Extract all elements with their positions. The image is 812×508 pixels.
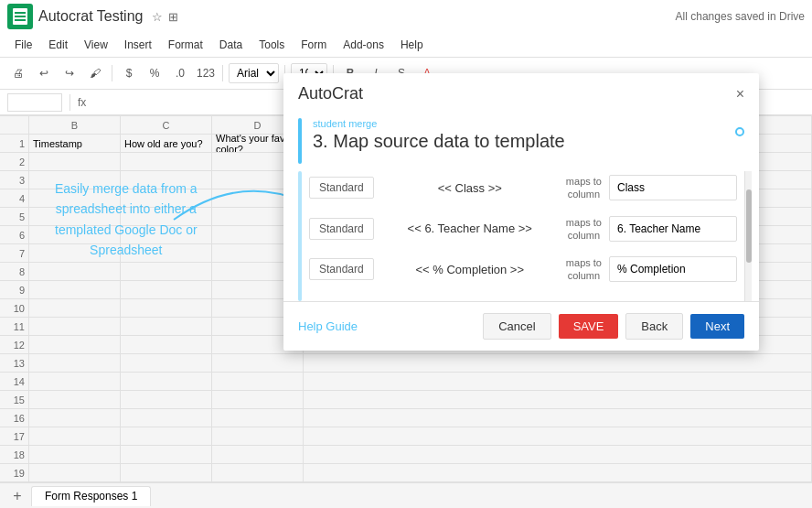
- row-num-18: 18: [0, 446, 28, 464]
- map-row-3: Standard << % Completion >> maps tocolum…: [309, 256, 737, 283]
- cell-c1[interactable]: How old are you?: [121, 135, 212, 152]
- tag-1: << Class >>: [381, 181, 559, 195]
- row-num-9: 9: [0, 281, 28, 299]
- help-link[interactable]: Help Guide: [298, 319, 358, 333]
- row-num-3: 3: [0, 171, 28, 189]
- table-row: [29, 446, 812, 464]
- step-bar: [298, 118, 302, 164]
- map-input-3[interactable]: [609, 256, 737, 282]
- scrollbar[interactable]: [744, 171, 752, 301]
- autocrat-modal: AutoCrat × student merge 3. Map source d…: [283, 73, 759, 351]
- menu-file[interactable]: File: [7, 37, 39, 53]
- menu-bar: File Edit View Insert Format Data Tools …: [0, 33, 812, 57]
- menu-edit[interactable]: Edit: [41, 37, 75, 53]
- table-row: [29, 373, 812, 391]
- maps-to-2: maps tocolumn: [566, 216, 602, 243]
- menu-tools[interactable]: Tools: [251, 37, 292, 53]
- map-row-2: Standard << 6. Teacher Name >> maps toco…: [309, 216, 737, 243]
- row-num-12: 12: [0, 336, 28, 354]
- app-title: Autocrat Testing: [38, 8, 143, 25]
- currency-btn[interactable]: $: [118, 62, 140, 84]
- close-button[interactable]: ×: [736, 87, 744, 102]
- row-num-7: 7: [0, 244, 28, 263]
- number-format-btn[interactable]: 123: [195, 62, 217, 84]
- col-header-c: C: [121, 116, 212, 134]
- step-dot: [735, 127, 744, 136]
- map-input-2[interactable]: [609, 216, 737, 242]
- step-title: 3. Map source data to template: [313, 131, 735, 152]
- table-row: [29, 427, 812, 446]
- menu-view[interactable]: View: [77, 37, 115, 53]
- row-num-2: 2: [0, 153, 28, 171]
- row-num-16: 16: [0, 409, 28, 427]
- sheet-tab[interactable]: Form Responses 1: [31, 486, 151, 506]
- redo-btn[interactable]: ↪: [59, 62, 80, 84]
- type-btn-3[interactable]: Standard: [309, 258, 374, 280]
- menu-form[interactable]: Form: [294, 37, 334, 53]
- save-status: All changes saved in Drive: [676, 10, 805, 23]
- cell-ref-input[interactable]: [7, 93, 62, 112]
- sheet-tab-bar: + Form Responses 1: [0, 482, 812, 508]
- menu-addons[interactable]: Add-ons: [336, 37, 391, 53]
- row-numbers: 1 2 3 4 5 6 7 8 9 10 11 12 13 14 15 16 1…: [0, 116, 29, 482]
- divider2: [222, 65, 223, 81]
- font-select[interactable]: Arial: [229, 63, 279, 83]
- row-num-15: 15: [0, 391, 28, 409]
- map-rows: Standard << Class >> maps tocolumn Stand…: [302, 171, 744, 301]
- tag-3: << % Completion >>: [381, 263, 559, 276]
- map-input-1[interactable]: [609, 175, 737, 200]
- cancel-button[interactable]: Cancel: [483, 313, 550, 340]
- decimal-dec-btn[interactable]: .0: [169, 62, 191, 84]
- print-btn[interactable]: 🖨: [7, 62, 29, 84]
- row-num-17: 17: [0, 427, 28, 446]
- map-row-1: Standard << Class >> maps tocolumn: [309, 175, 737, 201]
- type-btn-2[interactable]: Standard: [309, 218, 374, 240]
- row-num-4: 4: [0, 189, 28, 208]
- menu-data[interactable]: Data: [212, 37, 250, 53]
- undo-btn[interactable]: ↩: [33, 62, 55, 84]
- sheets-logo: [7, 4, 33, 29]
- row-num-5: 5: [0, 208, 28, 226]
- step-label: student merge: [313, 118, 735, 129]
- modal-title: AutoCrat: [298, 84, 363, 103]
- save-button[interactable]: SAVE: [559, 314, 619, 339]
- col-header-b: B: [29, 116, 121, 134]
- maps-to-3: maps tocolumn: [566, 256, 602, 283]
- row-num-13: 13: [0, 354, 28, 373]
- maps-to-1: maps tocolumn: [566, 175, 602, 201]
- table-row: [29, 409, 812, 427]
- menu-insert[interactable]: Insert: [117, 37, 159, 53]
- star-icon[interactable]: ☆: [152, 10, 163, 24]
- menu-format[interactable]: Format: [161, 37, 210, 53]
- cell-b1[interactable]: Timestamp: [29, 135, 121, 152]
- step-info: student merge 3. Map source data to temp…: [313, 118, 735, 152]
- type-btn-1[interactable]: Standard: [309, 177, 374, 199]
- row-num-19: 19: [0, 464, 28, 482]
- scrollbar-thumb[interactable]: [746, 189, 752, 263]
- tag-2: << 6. Teacher Name >>: [381, 222, 559, 235]
- row-num-11: 11: [0, 318, 28, 336]
- title-icons: ☆ ⊞: [152, 10, 178, 24]
- table-row: [29, 464, 812, 482]
- modal-header: AutoCrat ×: [283, 73, 759, 103]
- row-num-6: 6: [0, 226, 28, 244]
- add-sheet-btn[interactable]: +: [7, 486, 27, 506]
- table-row: [29, 354, 812, 373]
- next-button[interactable]: Next: [690, 314, 744, 339]
- row-num-1: 1: [0, 135, 28, 153]
- row-num-10: 10: [0, 299, 28, 318]
- modal-body: student merge 3. Map source data to temp…: [283, 103, 759, 351]
- formula-divider: [69, 94, 70, 111]
- back-button[interactable]: Back: [625, 313, 683, 340]
- divider1: [112, 65, 112, 81]
- map-rows-container: Standard << Class >> maps tocolumn Stand…: [283, 168, 759, 301]
- modal-footer: Help Guide Cancel SAVE Back Next: [283, 301, 759, 351]
- fx-label: fx: [78, 96, 86, 109]
- row-num-14: 14: [0, 373, 28, 391]
- menu-help[interactable]: Help: [393, 37, 431, 53]
- percent-btn[interactable]: %: [144, 62, 166, 84]
- table-row: [29, 391, 812, 409]
- paint-format-btn[interactable]: 🖌: [84, 62, 106, 84]
- row-num-8: 8: [0, 263, 28, 281]
- folder-icon[interactable]: ⊞: [168, 10, 178, 24]
